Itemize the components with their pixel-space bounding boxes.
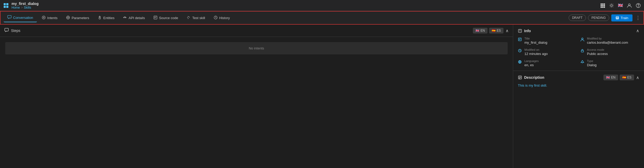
description-title: Description bbox=[518, 75, 544, 80]
parameters-icon bbox=[66, 15, 70, 20]
description-icon bbox=[518, 75, 522, 80]
more-options-icon[interactable]: ⋮ bbox=[636, 15, 640, 21]
steps-header: Steps 🇬🇧 EN 🇪🇸 ES ∧ bbox=[0, 25, 513, 37]
info-languages-content: Languages en, es bbox=[524, 59, 539, 67]
tab-entities[interactable]: Entities bbox=[94, 14, 118, 22]
tab-test-skill[interactable]: Test skill bbox=[183, 14, 209, 22]
svg-point-24 bbox=[638, 6, 638, 7]
user-icon[interactable] bbox=[627, 3, 632, 8]
tab-api-details[interactable]: API details bbox=[119, 14, 148, 22]
lang-en-button[interactable]: 🇬🇧 EN bbox=[473, 28, 488, 33]
tab-intents-label: Intents bbox=[47, 16, 58, 20]
svg-point-27 bbox=[43, 17, 44, 18]
svg-rect-34 bbox=[154, 16, 157, 19]
top-bar-right: 🇬🇧 bbox=[600, 3, 641, 8]
tab-entities-label: Entities bbox=[103, 16, 115, 20]
svg-point-50 bbox=[582, 38, 583, 40]
svg-rect-8 bbox=[602, 5, 603, 6]
no-intents-area: No intents bbox=[0, 37, 513, 168]
steps-collapse-button[interactable]: ∧ bbox=[506, 28, 509, 33]
info-title-value: my_first_dialog bbox=[524, 41, 547, 44]
flag-es: 🇪🇸 bbox=[492, 29, 496, 32]
train-icon bbox=[615, 16, 619, 20]
top-bar-left: my_first_dialog Home > Skills bbox=[3, 2, 38, 9]
no-intents-label: No intents bbox=[249, 46, 264, 50]
info-access-icon bbox=[580, 49, 584, 53]
source-code-icon bbox=[153, 15, 158, 20]
info-title-content: Title my_first_dialog bbox=[524, 37, 547, 44]
desc-lang-es-button[interactable]: 🇪🇸 ES bbox=[620, 75, 634, 80]
svg-line-20 bbox=[613, 4, 613, 4]
info-section: Info ∧ Title my_first_dialog bbox=[513, 25, 644, 71]
draft-button[interactable]: DRAFT bbox=[569, 15, 586, 21]
svg-rect-7 bbox=[601, 5, 602, 6]
info-modified-icon bbox=[518, 49, 522, 53]
info-type-item: Type Dialog bbox=[580, 59, 639, 67]
svg-rect-6 bbox=[604, 3, 605, 5]
help-icon[interactable] bbox=[636, 3, 641, 8]
svg-rect-10 bbox=[601, 7, 602, 8]
breadcrumb-skills[interactable]: Skills bbox=[24, 6, 31, 9]
pending-button[interactable]: PENDING bbox=[588, 15, 609, 21]
steps-icon bbox=[4, 28, 9, 33]
info-title-item: Title my_first_dialog bbox=[518, 37, 577, 44]
description-section: Description 🇬🇧 EN 🇪🇸 ES ∧ bbox=[513, 71, 644, 92]
info-title-icon bbox=[518, 37, 522, 42]
tab-intents[interactable]: Intents bbox=[38, 14, 61, 22]
info-grid: Title my_first_dialog Modified by carlos… bbox=[518, 37, 639, 67]
train-button[interactable]: Train bbox=[611, 14, 632, 21]
desc-lang-es-label: ES bbox=[627, 76, 631, 79]
description-text: This is my first skill. bbox=[518, 83, 639, 88]
flag-icon[interactable]: 🇬🇧 bbox=[618, 3, 623, 8]
grid-icon[interactable] bbox=[600, 3, 605, 8]
info-type-label: Type bbox=[587, 59, 597, 63]
svg-point-26 bbox=[42, 16, 45, 19]
info-access-value: Public access bbox=[587, 52, 608, 56]
right-panel: Info ∧ Title my_first_dialog bbox=[513, 25, 644, 168]
info-modified-by-value: carlos.bonilla@iberant.com bbox=[587, 41, 628, 44]
info-modified-content: Modified on 12 minutes ago bbox=[524, 48, 548, 56]
sun-icon[interactable] bbox=[609, 3, 614, 8]
no-intents-box: No intents bbox=[5, 42, 508, 54]
description-collapse-button[interactable]: ∧ bbox=[636, 75, 639, 80]
top-bar: my_first_dialog Home > Skills bbox=[0, 0, 644, 11]
lang-es-button[interactable]: 🇪🇸 ES bbox=[489, 28, 503, 33]
svg-rect-12 bbox=[604, 7, 605, 8]
desc-lang-en-button[interactable]: 🇬🇧 EN bbox=[603, 75, 618, 80]
info-access-item: Access mode Public access bbox=[580, 48, 639, 56]
info-languages-value: en, es bbox=[524, 63, 539, 67]
info-languages-icon bbox=[518, 60, 522, 65]
tab-history-label: History bbox=[219, 16, 230, 20]
tab-parameters[interactable]: Parameters bbox=[62, 14, 93, 22]
info-languages-label: Languages bbox=[524, 59, 539, 63]
desc-lang-en-label: EN bbox=[611, 76, 615, 79]
svg-rect-2 bbox=[4, 6, 6, 8]
info-modified-value: 12 minutes ago bbox=[524, 52, 548, 56]
tab-history[interactable]: History bbox=[210, 14, 233, 22]
svg-line-18 bbox=[610, 4, 611, 4]
breadcrumb-home[interactable]: Home bbox=[12, 6, 20, 9]
svg-point-22 bbox=[629, 4, 630, 5]
tab-conversation-label: Conversation bbox=[13, 16, 33, 20]
svg-rect-5 bbox=[602, 3, 603, 5]
description-header: Description 🇬🇧 EN 🇪🇸 ES ∧ bbox=[518, 75, 639, 80]
info-type-icon bbox=[580, 60, 584, 65]
breadcrumb: Home > Skills bbox=[12, 6, 38, 9]
info-title: Info bbox=[518, 29, 531, 33]
flag-en: 🇬🇧 bbox=[475, 29, 479, 32]
svg-rect-39 bbox=[616, 16, 619, 19]
svg-rect-4 bbox=[601, 3, 602, 5]
tab-conversation[interactable]: Conversation bbox=[4, 14, 37, 22]
tab-parameters-label: Parameters bbox=[72, 16, 89, 20]
info-collapse-button[interactable]: ∧ bbox=[636, 28, 639, 33]
info-title-label: Title bbox=[524, 37, 547, 40]
svg-point-42 bbox=[618, 18, 618, 19]
main-content: Steps 🇬🇧 EN 🇪🇸 ES ∧ No intents bbox=[0, 25, 644, 168]
info-type-value: Dialog bbox=[587, 63, 597, 67]
info-access-content: Access mode Public access bbox=[587, 48, 608, 56]
title-block: my_first_dialog Home > Skills bbox=[12, 2, 38, 9]
svg-line-19 bbox=[613, 7, 613, 7]
svg-point-13 bbox=[611, 4, 613, 6]
tab-source-code[interactable]: Source code bbox=[150, 14, 182, 22]
info-modified-item: Modified on 12 minutes ago bbox=[518, 48, 577, 56]
